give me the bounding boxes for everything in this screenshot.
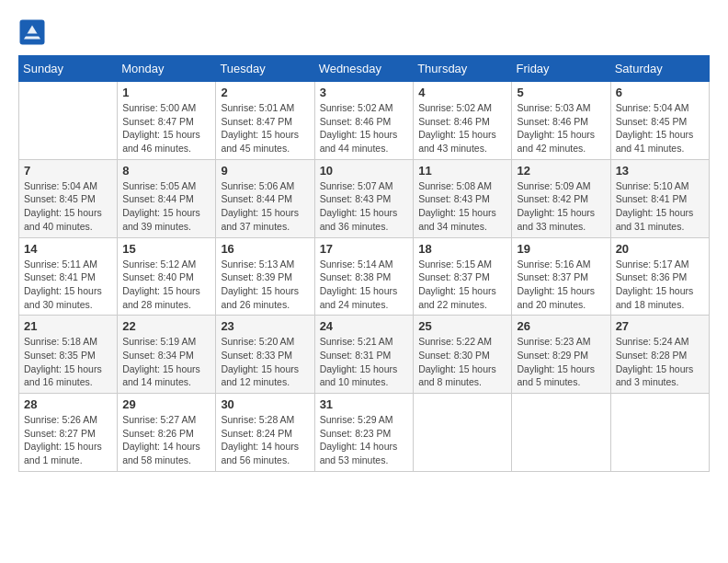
calendar-cell: 8Sunrise: 5:05 AM Sunset: 8:44 PM Daylig… <box>118 159 216 237</box>
calendar-cell: 10Sunrise: 5:07 AM Sunset: 8:43 PM Dayli… <box>314 159 414 237</box>
calendar-cell <box>19 82 118 160</box>
day-number: 11 <box>418 164 506 178</box>
svg-rect-2 <box>24 34 40 37</box>
weekday-header: Monday <box>118 56 216 82</box>
day-number: 27 <box>616 319 704 333</box>
weekday-header: Sunday <box>19 56 118 82</box>
day-number: 4 <box>418 86 506 99</box>
day-number: 29 <box>122 397 210 411</box>
day-info: Sunrise: 5:17 AM Sunset: 8:36 PM Dayligh… <box>616 258 704 312</box>
calendar-cell: 27Sunrise: 5:24 AM Sunset: 8:28 PM Dayli… <box>610 316 709 394</box>
day-number: 20 <box>616 242 704 256</box>
day-info: Sunrise: 5:07 AM Sunset: 8:43 PM Dayligh… <box>320 179 409 234</box>
day-number: 13 <box>616 164 704 178</box>
day-info: Sunrise: 5:03 AM Sunset: 8:46 PM Dayligh… <box>517 101 605 155</box>
calendar-cell <box>414 394 512 472</box>
day-info: Sunrise: 5:22 AM Sunset: 8:30 PM Dayligh… <box>418 335 506 389</box>
day-info: Sunrise: 5:01 AM Sunset: 8:47 PM Dayligh… <box>221 101 309 155</box>
day-number: 28 <box>24 397 112 411</box>
day-info: Sunrise: 5:23 AM Sunset: 8:29 PM Dayligh… <box>517 335 605 389</box>
day-number: 6 <box>616 86 704 99</box>
calendar-cell: 22Sunrise: 5:19 AM Sunset: 8:34 PM Dayli… <box>118 316 216 394</box>
weekday-header: Thursday <box>414 56 512 82</box>
day-info: Sunrise: 5:11 AM Sunset: 8:41 PM Dayligh… <box>24 258 112 312</box>
calendar-cell: 9Sunrise: 5:06 AM Sunset: 8:44 PM Daylig… <box>216 159 314 237</box>
calendar-cell: 30Sunrise: 5:28 AM Sunset: 8:24 PM Dayli… <box>216 394 314 472</box>
logo-icon <box>18 18 46 46</box>
weekday-header: Tuesday <box>216 56 314 82</box>
page-header <box>18 18 710 46</box>
day-info: Sunrise: 5:28 AM Sunset: 8:24 PM Dayligh… <box>221 413 309 467</box>
day-number: 8 <box>122 164 210 178</box>
calendar-cell: 7Sunrise: 5:04 AM Sunset: 8:45 PM Daylig… <box>19 159 118 237</box>
calendar-week-row: 14Sunrise: 5:11 AM Sunset: 8:41 PM Dayli… <box>19 237 710 316</box>
calendar-week-row: 28Sunrise: 5:26 AM Sunset: 8:27 PM Dayli… <box>19 394 710 472</box>
day-info: Sunrise: 5:04 AM Sunset: 8:45 PM Dayligh… <box>24 179 112 234</box>
calendar-cell: 4Sunrise: 5:02 AM Sunset: 8:46 PM Daylig… <box>414 82 512 160</box>
weekday-header: Saturday <box>610 56 709 82</box>
day-info: Sunrise: 5:16 AM Sunset: 8:37 PM Dayligh… <box>517 258 605 312</box>
day-number: 23 <box>221 319 309 333</box>
calendar-cell: 20Sunrise: 5:17 AM Sunset: 8:36 PM Dayli… <box>610 237 709 316</box>
day-number: 1 <box>122 86 210 99</box>
day-info: Sunrise: 5:24 AM Sunset: 8:28 PM Dayligh… <box>616 335 704 389</box>
calendar-cell: 5Sunrise: 5:03 AM Sunset: 8:46 PM Daylig… <box>512 82 610 160</box>
day-number: 7 <box>24 164 112 178</box>
day-number: 26 <box>517 319 605 333</box>
weekday-header: Friday <box>512 56 610 82</box>
calendar-cell <box>610 394 709 472</box>
day-info: Sunrise: 5:09 AM Sunset: 8:42 PM Dayligh… <box>517 179 605 234</box>
calendar-cell: 1Sunrise: 5:00 AM Sunset: 8:47 PM Daylig… <box>118 82 216 160</box>
calendar-cell: 26Sunrise: 5:23 AM Sunset: 8:29 PM Dayli… <box>512 316 610 394</box>
day-info: Sunrise: 5:05 AM Sunset: 8:44 PM Dayligh… <box>122 179 210 234</box>
day-number: 14 <box>24 242 112 256</box>
day-number: 2 <box>221 86 309 99</box>
day-info: Sunrise: 5:19 AM Sunset: 8:34 PM Dayligh… <box>122 335 210 389</box>
day-info: Sunrise: 5:02 AM Sunset: 8:46 PM Dayligh… <box>320 101 409 155</box>
calendar-cell: 17Sunrise: 5:14 AM Sunset: 8:38 PM Dayli… <box>314 237 414 316</box>
calendar-cell: 25Sunrise: 5:22 AM Sunset: 8:30 PM Dayli… <box>414 316 512 394</box>
calendar-cell <box>512 394 610 472</box>
calendar-cell: 23Sunrise: 5:20 AM Sunset: 8:33 PM Dayli… <box>216 316 314 394</box>
calendar-cell: 15Sunrise: 5:12 AM Sunset: 8:40 PM Dayli… <box>118 237 216 316</box>
day-number: 17 <box>320 242 409 256</box>
calendar-cell: 16Sunrise: 5:13 AM Sunset: 8:39 PM Dayli… <box>216 237 314 316</box>
day-info: Sunrise: 5:02 AM Sunset: 8:46 PM Dayligh… <box>418 101 506 155</box>
calendar-cell: 21Sunrise: 5:18 AM Sunset: 8:35 PM Dayli… <box>19 316 118 394</box>
day-info: Sunrise: 5:27 AM Sunset: 8:26 PM Dayligh… <box>122 413 210 467</box>
day-info: Sunrise: 5:29 AM Sunset: 8:23 PM Dayligh… <box>320 413 409 467</box>
calendar-cell: 3Sunrise: 5:02 AM Sunset: 8:46 PM Daylig… <box>314 82 414 160</box>
weekday-row: SundayMondayTuesdayWednesdayThursdayFrid… <box>19 56 710 82</box>
calendar-cell: 11Sunrise: 5:08 AM Sunset: 8:43 PM Dayli… <box>414 159 512 237</box>
calendar-week-row: 7Sunrise: 5:04 AM Sunset: 8:45 PM Daylig… <box>19 159 710 237</box>
day-info: Sunrise: 5:15 AM Sunset: 8:37 PM Dayligh… <box>418 258 506 312</box>
calendar-cell: 31Sunrise: 5:29 AM Sunset: 8:23 PM Dayli… <box>314 394 414 472</box>
calendar-cell: 24Sunrise: 5:21 AM Sunset: 8:31 PM Dayli… <box>314 316 414 394</box>
calendar-table: SundayMondayTuesdayWednesdayThursdayFrid… <box>18 55 710 472</box>
calendar-cell: 19Sunrise: 5:16 AM Sunset: 8:37 PM Dayli… <box>512 237 610 316</box>
calendar-header: SundayMondayTuesdayWednesdayThursdayFrid… <box>19 56 710 82</box>
day-info: Sunrise: 5:21 AM Sunset: 8:31 PM Dayligh… <box>320 335 409 389</box>
calendar-cell: 14Sunrise: 5:11 AM Sunset: 8:41 PM Dayli… <box>19 237 118 316</box>
day-number: 5 <box>517 86 605 99</box>
day-info: Sunrise: 5:26 AM Sunset: 8:27 PM Dayligh… <box>24 413 112 467</box>
day-number: 21 <box>24 319 112 333</box>
day-info: Sunrise: 5:18 AM Sunset: 8:35 PM Dayligh… <box>24 335 112 389</box>
day-number: 9 <box>221 164 309 178</box>
calendar-cell: 6Sunrise: 5:04 AM Sunset: 8:45 PM Daylig… <box>610 82 709 160</box>
calendar-week-row: 21Sunrise: 5:18 AM Sunset: 8:35 PM Dayli… <box>19 316 710 394</box>
day-info: Sunrise: 5:10 AM Sunset: 8:41 PM Dayligh… <box>616 179 704 234</box>
day-number: 12 <box>517 164 605 178</box>
day-number: 22 <box>122 319 210 333</box>
day-info: Sunrise: 5:04 AM Sunset: 8:45 PM Dayligh… <box>616 101 704 155</box>
day-info: Sunrise: 5:14 AM Sunset: 8:38 PM Dayligh… <box>320 258 409 312</box>
day-info: Sunrise: 5:08 AM Sunset: 8:43 PM Dayligh… <box>418 179 506 234</box>
calendar-cell: 2Sunrise: 5:01 AM Sunset: 8:47 PM Daylig… <box>216 82 314 160</box>
calendar-cell: 12Sunrise: 5:09 AM Sunset: 8:42 PM Dayli… <box>512 159 610 237</box>
calendar-cell: 28Sunrise: 5:26 AM Sunset: 8:27 PM Dayli… <box>19 394 118 472</box>
day-info: Sunrise: 5:13 AM Sunset: 8:39 PM Dayligh… <box>221 258 309 312</box>
calendar-cell: 29Sunrise: 5:27 AM Sunset: 8:26 PM Dayli… <box>118 394 216 472</box>
calendar-cell: 13Sunrise: 5:10 AM Sunset: 8:41 PM Dayli… <box>610 159 709 237</box>
day-number: 3 <box>320 86 409 99</box>
day-number: 25 <box>418 319 506 333</box>
